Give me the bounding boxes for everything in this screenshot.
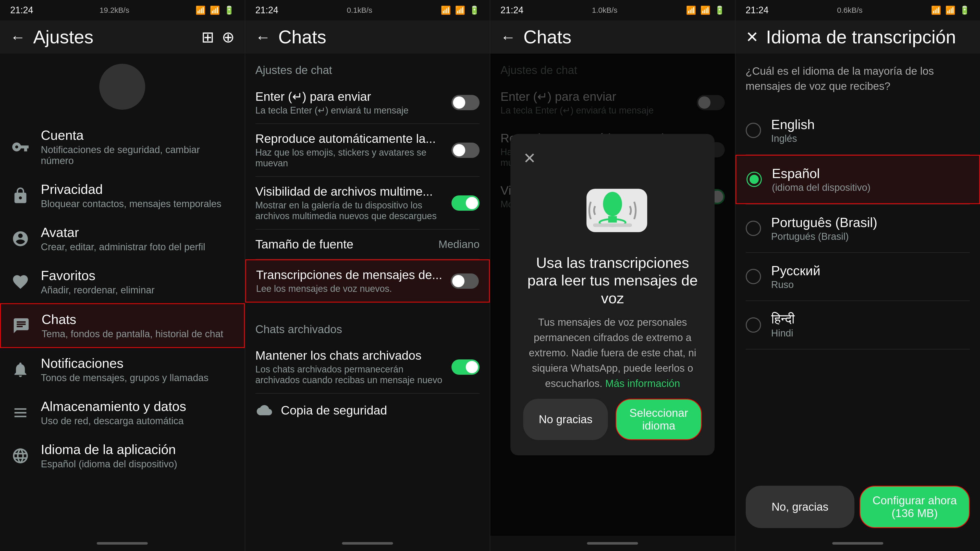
portugues-text: Português (Brasil) Portugués (Brasil) [771,215,877,242]
lang-item-espanol[interactable]: Español (idioma del dispositivo) [735,155,980,204]
lang-item-portugues[interactable]: Português (Brasil) Portugués (Brasil) [735,205,980,252]
setting-transcripciones[interactable]: Transcripciones de mensajes de... Lee lo… [245,259,490,303]
modal-close-btn[interactable]: ✕ [523,149,536,167]
reproduce-text: Reproduce automáticamente la... Haz que … [256,132,444,168]
settings-item-notificaciones[interactable]: Notificaciones Tonos de mensajes, grupos… [0,348,245,391]
face-icon [10,229,30,249]
setting-visibilidad[interactable]: Visibilidad de archivos multime... Mostr… [245,177,490,229]
nav-icons-1: ⊞ ⊕ [201,28,234,46]
nav-bar-3: ← Chats [490,21,735,54]
status-time-1: 21:24 [10,5,33,16]
privacidad-title: Privacidad [41,182,234,197]
close-button-4[interactable]: ✕ [746,28,759,46]
screen-ajustes: 21:24 19.2kB/s 📶 📶 🔋 ← Ajustes ⊞ ⊕ Cuent… [0,0,245,551]
toggle-reproduce[interactable] [452,143,479,158]
notificaciones-title: Notificaciones [41,356,234,371]
setting-tamano[interactable]: Tamaño de fuente Mediano [245,230,490,259]
settings-item-chats[interactable]: Chats Tema, fondos de pantalla, historia… [0,303,245,348]
tamano-text: Tamaño de fuente [256,237,431,251]
setting-mantener[interactable]: Mantener los chats archivados Los chats … [245,341,490,393]
status-bar-3: 21:24 1.0kB/s 📶 📶 🔋 [490,0,735,21]
add-icon[interactable]: ⊕ [222,28,234,46]
ruso-text: Русский Ruso [771,263,821,290]
notificaciones-subtitle: Tonos de mensajes, grupos y llamadas [41,372,234,383]
status-bar-2: 21:24 0.1kB/s 📶 📶 🔋 [245,0,490,21]
modal-overlay: ✕ [490,54,735,536]
chats-subtitle: Tema, fondos de pantalla, historial de c… [41,329,234,340]
idioma-subtitle: Español (idioma del dispositivo) [41,459,234,470]
avatar[interactable] [99,64,145,110]
svg-rect-4 [593,224,632,227]
bottom-bar-1 [0,536,245,551]
settings-item-privacidad[interactable]: Privacidad Bloquear contactos, mensajes … [0,174,245,217]
signal-icon-1: 📶 [196,5,206,15]
lang-item-hindi[interactable]: हिन्दी Hindi [735,301,980,349]
notificaciones-text: Notificaciones Tonos de mensajes, grupos… [41,356,234,383]
configure-now-button[interactable]: Configurar ahora (136 MB) [859,486,970,528]
key-icon [10,137,30,157]
reproduce-title: Reproduce automáticamente la... [256,132,444,146]
page-title-2: Chats [278,27,480,48]
screen4-bottom-buttons: No, gracias Configurar ahora (136 MB) [735,478,980,536]
modal-cancel-btn[interactable]: No gracias [523,399,608,440]
svg-point-1 [603,192,622,216]
back-button-3[interactable]: ← [501,28,516,46]
toggle-transcripciones[interactable] [451,273,479,289]
idioma-title: Idioma de la aplicación [41,442,234,457]
setting-backup[interactable]: Copia de seguridad [245,394,490,427]
bottom-indicator-2 [342,542,393,545]
settings-item-almacenamiento[interactable]: Almacenamiento y datos Uso de red, desca… [0,391,245,434]
back-button-1[interactable]: ← [10,28,25,46]
avatar-area [0,54,245,120]
bottom-indicator-3 [587,542,638,545]
wifi-icon-3: 📶 [700,5,711,15]
toggle-visibilidad[interactable] [452,195,479,211]
radio-english [746,123,761,138]
bell-icon [10,359,30,380]
radio-inner-espanol [749,175,759,184]
setting-reproduce[interactable]: Reproduce automáticamente la... Haz que … [245,124,490,176]
settings-list-1: Cuenta Notificaciones de seguridad, camb… [0,120,245,536]
modal-link[interactable]: Más información [605,378,680,389]
page-title-4: Idioma de transcripción [766,27,970,48]
settings-item-idioma[interactable]: Idioma de la aplicación Español (idioma … [0,434,245,477]
language-content: ¿Cuál es el idioma de la mayoría de los … [735,54,980,478]
cuenta-subtitle: Notificaciones de seguridad, cambiar núm… [41,144,234,166]
no-thanks-button[interactable]: No, gracias [746,486,854,528]
status-time-4: 21:24 [746,5,769,16]
status-bar-4: 21:24 0.6kB/s 📶 📶 🔋 [735,0,980,21]
transcripciones-subtitle: Lee los mensajes de voz nuevos. [256,283,443,294]
tamano-value: Mediano [438,238,479,251]
settings-item-avatar[interactable]: Avatar Crear, editar, administrar foto d… [0,217,245,260]
modal-confirm-btn[interactable]: Seleccionar idioma [616,399,702,440]
settings-item-favoritos[interactable]: Favoritos Añadir, reordenar, eliminar [0,260,245,303]
toggle-knob-mantener [466,361,478,373]
lang-item-ruso[interactable]: Русский Ruso [735,253,980,300]
section-label-archivados: Chats archivados [245,313,490,341]
espanol-name: Español [772,166,871,181]
english-text: English Inglés [771,117,815,144]
visibilidad-subtitle: Mostrar en la galería de tu dispositivo … [256,200,444,221]
qr-icon[interactable]: ⊞ [201,28,214,46]
toggle-mantener[interactable] [452,359,479,375]
toggle-knob-transcripciones [452,275,465,287]
toggle-enter[interactable] [452,95,479,110]
avatar-item-subtitle: Crear, editar, administrar foto del perf… [41,241,234,252]
toggle-knob-reproduce [453,144,465,156]
heart-icon [10,272,30,292]
settings-item-cuenta[interactable]: Cuenta Notificaciones de seguridad, camb… [0,120,245,174]
favoritos-subtitle: Añadir, reordenar, eliminar [41,285,234,295]
bottom-bar-3 [490,536,735,551]
mantener-subtitle: Los chats archivados permanecerán archiv… [256,364,444,386]
data-icon [10,403,30,423]
language-subtitle: ¿Cuál es el idioma de la mayoría de los … [735,54,980,99]
back-button-2[interactable]: ← [256,28,271,46]
lang-item-english[interactable]: English Inglés [735,106,980,154]
lock-icon [10,186,30,206]
ruso-native: Ruso [771,279,821,290]
status-speed-2: 0.1kB/s [347,6,372,14]
setting-enter[interactable]: Enter (↵) para enviar La tecla Enter (↵)… [245,82,490,124]
status-icons-2: 📶 📶 🔋 [441,5,479,15]
cloud-icon [256,401,273,419]
radio-espanol [746,171,762,187]
